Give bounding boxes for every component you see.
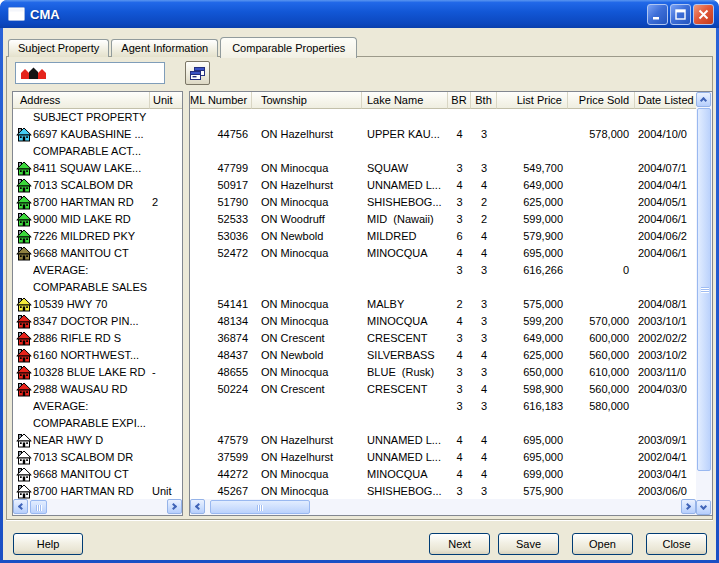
column-header-lake[interactable]: Lake Name <box>362 92 448 109</box>
table-row[interactable]: 50224ON CrescentCRESCENT34598,900560,000… <box>190 381 696 398</box>
maximize-button[interactable] <box>670 4 691 25</box>
left-pane-hscrollbar[interactable] <box>13 499 182 515</box>
column-header-sold[interactable]: Price Sold <box>568 92 635 109</box>
scrollbar-thumb[interactable] <box>210 500 310 514</box>
table-row[interactable]: 2886 RIFLE RD S <box>13 330 182 347</box>
table-row[interactable]: 44272ON MinocquaMINOCQUA44699,0002003/04… <box>190 466 696 483</box>
scroll-up-button[interactable] <box>696 92 711 107</box>
cell-lake: UNNAMED L... <box>362 449 448 466</box>
table-row[interactable]: 37599ON HazelhurstUNNAMED L...44695,0002… <box>190 449 696 466</box>
table-row[interactable]: 48134ON MinocquaMINOCQUA43599,200570,000… <box>190 313 696 330</box>
titlebar[interactable]: CMA <box>0 0 719 28</box>
cell-sold <box>568 211 635 228</box>
scroll-left-button[interactable] <box>13 499 28 514</box>
group-row[interactable] <box>190 415 696 432</box>
cell-list: 616,266 <box>497 262 568 279</box>
cell-address: 10328 BLUE LAKE RD <box>33 364 150 381</box>
table-row[interactable]: 6697 KAUBASHINE ... <box>13 126 182 143</box>
open-button[interactable]: Open <box>572 533 633 555</box>
table-row[interactable]: 9668 MANITOU CT <box>13 466 182 483</box>
group-row[interactable] <box>190 279 696 296</box>
group-row[interactable] <box>190 143 696 160</box>
table-row[interactable]: 48437ON NewboldSILVERBASS44625,000560,00… <box>190 347 696 364</box>
column-header-unit[interactable]: Unit <box>150 92 182 109</box>
cell-township: ON Hazelhurst <box>252 126 362 143</box>
scroll-right-button[interactable] <box>167 499 182 514</box>
group-row[interactable]: COMPARABLE ACT... <box>13 143 182 160</box>
scroll-left-button[interactable] <box>190 499 205 514</box>
column-header-date[interactable]: Date Listed <box>635 92 696 109</box>
table-row[interactable]: 53036ON NewboldMILDRED64579,9002004/06/2 <box>190 228 696 245</box>
summary-row[interactable]: 33616,2660 <box>190 262 696 279</box>
table-row[interactable]: NEAR HWY D <box>13 432 182 449</box>
scroll-down-button[interactable] <box>696 500 711 515</box>
column-header-br[interactable]: BR <box>448 92 471 109</box>
table-row[interactable]: 47799ON MinocquaSQUAW33549,7002004/07/1 <box>190 160 696 177</box>
summary-row[interactable]: AVERAGE: <box>13 262 182 279</box>
table-row[interactable]: 52533ON WoodruffMID (Nawaii)32599,000200… <box>190 211 696 228</box>
table-row[interactable]: 8411 SQUAW LAKE... <box>13 160 182 177</box>
save-button[interactable]: Save <box>498 533 559 555</box>
column-header-township[interactable]: Township <box>252 92 362 109</box>
column-header-address[interactable]: Address <box>13 92 150 109</box>
tab-agent-information[interactable]: Agent Information <box>111 39 218 57</box>
table-row[interactable]: 44756ON HazelhurstUPPER KAU...43578,0002… <box>190 126 696 143</box>
table-row[interactable]: 8700 HARTMAN RD2 <box>13 194 182 211</box>
cell-lake <box>362 415 448 432</box>
cascade-windows-button[interactable] <box>185 61 210 85</box>
left-pane: AddressUnit SUBJECT PROPERTY6697 KAUBASH… <box>12 91 183 516</box>
minimize-icon <box>652 9 663 20</box>
table-row[interactable]: 48655ON MinocquaBLUE (Rusk)33650,000610,… <box>190 364 696 381</box>
table-row[interactable]: 10328 BLUE LAKE RD- <box>13 364 182 381</box>
scroll-right-button[interactable] <box>681 499 696 514</box>
cell-date: 2002/02/2 <box>635 330 696 347</box>
scrollbar-thumb[interactable] <box>697 108 711 471</box>
table-row[interactable]: 50917ON HazelhurstUNNAMED L...44649,0002… <box>190 177 696 194</box>
group-row[interactable]: SUBJECT PROPERTY <box>13 109 182 126</box>
cell-bth: 3 <box>471 330 497 347</box>
table-row[interactable]: 7013 SCALBOM DR <box>13 177 182 194</box>
help-button[interactable]: Help <box>13 533 83 555</box>
maximize-icon <box>675 9 686 20</box>
summary-row[interactable]: AVERAGE: <box>13 398 182 415</box>
table-row[interactable]: 2988 WAUSAU RD <box>13 381 182 398</box>
cell-sold <box>568 143 635 160</box>
group-row[interactable]: COMPARABLE SALES <box>13 279 182 296</box>
group-row[interactable]: COMPARABLE EXPI... <box>13 415 182 432</box>
group-row[interactable] <box>190 109 696 126</box>
table-row[interactable]: 7013 SCALBOM DR <box>13 449 182 466</box>
next-button[interactable]: Next <box>429 533 490 555</box>
cell-sold: 570,000 <box>568 313 635 330</box>
table-row[interactable]: 10539 HWY 70 <box>13 296 182 313</box>
cascade-windows-icon <box>189 66 206 81</box>
column-header-list[interactable]: List Price <box>497 92 568 109</box>
table-row[interactable]: 8700 HARTMAN RDUnit <box>13 483 182 499</box>
table-row[interactable]: 8347 DOCTOR PIN... <box>13 313 182 330</box>
table-row[interactable]: 54141ON MinocquaMALBY23575,0002004/08/1 <box>190 296 696 313</box>
cell-bth: 3 <box>471 160 497 177</box>
tab-comparable-properties[interactable]: Comparable Properties <box>220 37 357 58</box>
table-row[interactable]: 6160 NORTHWEST... <box>13 347 182 364</box>
right-pane-vscrollbar[interactable] <box>696 92 712 515</box>
window-close-button[interactable] <box>693 4 714 25</box>
icon-spacer <box>13 262 33 279</box>
house-icon <box>13 432 33 449</box>
cell-br: 4 <box>448 126 471 143</box>
minimize-button[interactable] <box>647 4 668 25</box>
table-row[interactable]: 9668 MANITOU CT <box>13 245 182 262</box>
table-row[interactable]: 36874ON CrescentCRESCENT33649,000600,000… <box>190 330 696 347</box>
address-input[interactable] <box>15 62 165 84</box>
table-row[interactable]: 47579ON HazelhurstUNNAMED L...44695,0002… <box>190 432 696 449</box>
scrollbar-thumb[interactable] <box>30 500 47 514</box>
table-row[interactable]: 7226 MILDRED PKY <box>13 228 182 245</box>
right-pane-hscrollbar[interactable] <box>190 499 696 515</box>
tab-subject-property[interactable]: Subject Property <box>8 39 109 57</box>
close-button[interactable]: Close <box>646 533 707 555</box>
table-row[interactable]: 52472ON MinocquaMINOCQUA44695,0002004/06… <box>190 245 696 262</box>
table-row[interactable]: 9000 MID LAKE RD <box>13 211 182 228</box>
summary-row[interactable]: 33616,183580,000 <box>190 398 696 415</box>
table-row[interactable]: 51790ON MinocquaSHISHEBOG...32625,000200… <box>190 194 696 211</box>
table-row[interactable]: 45267ON MinocquaSHISHEBOG...33575,900200… <box>190 483 696 499</box>
column-header-ml[interactable]: ML Number <box>190 92 252 109</box>
column-header-bth[interactable]: Bth <box>471 92 497 109</box>
